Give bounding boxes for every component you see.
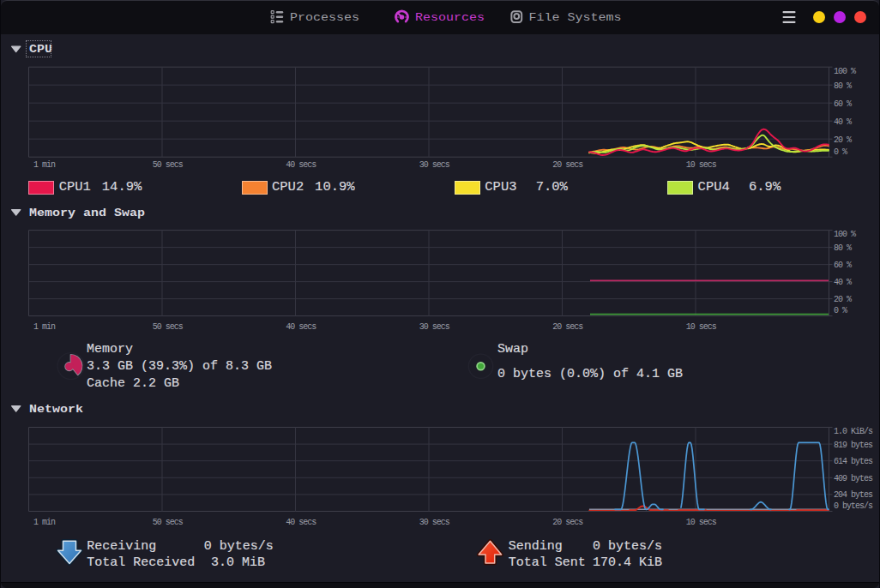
svg-text:1 min: 1 min	[33, 160, 56, 170]
svg-text:30 secs: 30 secs	[419, 518, 450, 527]
svg-text:10 secs: 10 secs	[686, 160, 717, 170]
svg-text:40 secs: 40 secs	[286, 322, 316, 332]
svg-text:0 %: 0 %	[834, 147, 847, 157]
svg-text:10 secs: 10 secs	[686, 322, 717, 332]
svg-text:20 %: 20 %	[834, 295, 852, 304]
svg-text:50 secs: 50 secs	[153, 518, 184, 527]
svg-text:20 %: 20 %	[834, 135, 852, 145]
svg-text:40 %: 40 %	[834, 278, 852, 287]
svg-text:40 %: 40 %	[834, 117, 852, 127]
svg-text:0 bytes/s: 0 bytes/s	[834, 501, 873, 511]
svg-text:100 %: 100 %	[834, 67, 856, 76]
svg-text:40 secs: 40 secs	[286, 160, 316, 170]
svg-text:1.0 KiB/s: 1.0 KiB/s	[834, 427, 873, 436]
svg-text:20 secs: 20 secs	[552, 160, 583, 170]
svg-text:1 min: 1 min	[33, 322, 56, 332]
svg-text:10 secs: 10 secs	[686, 518, 717, 527]
svg-text:50 secs: 50 secs	[153, 322, 184, 332]
svg-text:50 secs: 50 secs	[153, 160, 184, 170]
svg-text:20 secs: 20 secs	[552, 518, 583, 527]
svg-text:0 %: 0 %	[834, 306, 847, 315]
svg-text:819 bytes: 819 bytes	[834, 441, 873, 450]
svg-text:40 secs: 40 secs	[286, 518, 316, 527]
svg-text:30 secs: 30 secs	[419, 322, 450, 332]
svg-text:80 %: 80 %	[834, 243, 852, 253]
svg-text:60 %: 60 %	[834, 99, 852, 109]
svg-text:409 bytes: 409 bytes	[834, 474, 873, 483]
svg-text:614 bytes: 614 bytes	[834, 457, 873, 466]
svg-text:1 min: 1 min	[33, 518, 56, 527]
svg-text:80 %: 80 %	[834, 81, 852, 91]
svg-text:204 bytes: 204 bytes	[834, 490, 873, 500]
svg-text:60 %: 60 %	[834, 261, 852, 270]
svg-text:100 %: 100 %	[834, 230, 856, 239]
svg-text:30 secs: 30 secs	[419, 160, 450, 170]
svg-text:20 secs: 20 secs	[552, 322, 583, 332]
